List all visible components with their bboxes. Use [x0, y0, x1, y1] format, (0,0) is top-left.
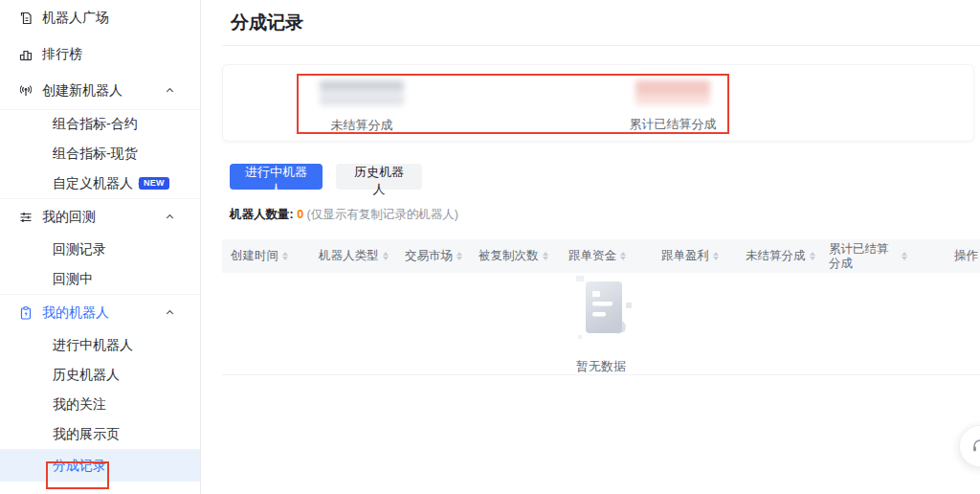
- sidebar-item-label: 组合指标-现货: [53, 146, 138, 163]
- sidebar-item-label: 排行榜: [42, 46, 82, 63]
- sidebar-item-history-robots[interactable]: 历史机器人: [0, 360, 200, 390]
- sidebar-item-label: 我的展示页: [53, 426, 120, 443]
- robot-count-line: 机器人数量: 0 (仅显示有复制记录的机器人): [230, 207, 458, 223]
- sidebar-item-my-follows[interactable]: 我的关注: [0, 390, 200, 419]
- title-divider: [222, 45, 980, 46]
- sidebar-item-label: 组合指标-合约: [53, 116, 138, 133]
- main-content: 分成记录 未结算分成 累计已结算分成 进行中机器人 历史机器人 机器人数量: 0…: [201, 0, 980, 494]
- column-header-unsettled-share[interactable]: 未结算分成: [737, 249, 820, 262]
- chevron-up-icon[interactable]: [165, 307, 175, 318]
- stat-unsettled-share: 未结算分成: [256, 80, 467, 134]
- robot-count-value: 0: [297, 208, 303, 221]
- column-header-robot-type[interactable]: 机器人类型: [310, 249, 396, 262]
- sidebar-item-label: 分成记录: [53, 458, 106, 475]
- sidebar-item-rankings[interactable]: 排行榜: [0, 36, 200, 73]
- column-header-settled-share[interactable]: 累计已结算分成: [820, 242, 930, 270]
- sidebar-item-label: 我的回测: [42, 209, 96, 226]
- sort-icon[interactable]: [457, 252, 462, 260]
- empty-data-illustration: [557, 276, 645, 348]
- sidebar-item-label: 我的机器人: [42, 304, 109, 322]
- column-header-market[interactable]: 交易市场: [396, 249, 470, 262]
- sidebar-item-my-showcase[interactable]: 我的展示页: [0, 419, 200, 449]
- history-robots-tab-button[interactable]: 历史机器人: [336, 164, 422, 190]
- stat-label: 累计已结算分成: [630, 117, 717, 131]
- share-stats-card: 未结算分成 累计已结算分成: [222, 64, 974, 142]
- sidebar-item-custom-robot[interactable]: 自定义机器人 NEW: [0, 168, 200, 198]
- table-empty-state: 暂无数据: [222, 276, 980, 375]
- document-icon: [17, 11, 33, 27]
- sort-icon[interactable]: [282, 252, 288, 260]
- table-header-row: 创建时间 机器人类型 交易市场 被复制次数 跟单资金 跟单盈利: [222, 239, 980, 273]
- app-window: 机器人广场 排行榜 创建新机器人 组合指标-合约 组合指标-现货 自定义机器人 …: [0, 0, 980, 494]
- page-title: 分成记录: [231, 11, 303, 35]
- column-header-actions: 操作: [930, 249, 980, 262]
- robot-tab-buttons: 进行中机器人 历史机器人: [230, 164, 422, 190]
- unsettled-amount-redacted: [320, 80, 404, 105]
- sidebar-item-label: 历史机器人: [53, 367, 120, 384]
- sidebar-item-robot-plaza[interactable]: 机器人广场: [0, 0, 200, 36]
- bar-chart-icon: [17, 47, 33, 63]
- sort-icon[interactable]: [810, 252, 815, 260]
- sidebar-item-create-robot[interactable]: 创建新机器人: [0, 73, 200, 109]
- empty-data-text: 暂无数据: [222, 358, 980, 375]
- sidebar-item-my-backtest[interactable]: 我的回测: [0, 198, 200, 235]
- chevron-up-icon[interactable]: [165, 85, 175, 96]
- sort-icon[interactable]: [902, 252, 907, 260]
- sort-icon[interactable]: [620, 252, 626, 260]
- broadcast-icon: [17, 83, 33, 100]
- sort-icon[interactable]: [713, 252, 719, 260]
- sidebar-item-backtest-records[interactable]: 回测记录: [0, 235, 200, 264]
- sidebar-item-running-robots[interactable]: 进行中机器人: [0, 330, 200, 360]
- headset-icon: [970, 437, 980, 456]
- stat-settled-share: 累计已结算分成: [568, 80, 778, 133]
- new-badge: NEW: [139, 177, 169, 190]
- sliders-icon: [17, 209, 33, 225]
- sidebar: 机器人广场 排行榜 创建新机器人 组合指标-合约 组合指标-现货 自定义机器人 …: [0, 0, 201, 494]
- sidebar-item-combo-indicator-spot[interactable]: 组合指标-现货: [0, 139, 200, 168]
- sidebar-item-backtesting[interactable]: 回测中: [0, 264, 200, 294]
- sidebar-item-label: 我的关注: [53, 396, 106, 414]
- column-header-copied-times[interactable]: 被复制次数: [470, 249, 560, 262]
- column-header-follow-funds[interactable]: 跟单资金: [560, 249, 653, 262]
- running-robots-tab-button[interactable]: 进行中机器人: [230, 164, 323, 190]
- sort-icon[interactable]: [543, 252, 548, 260]
- sidebar-item-label: 回测中: [53, 271, 93, 288]
- sidebar-item-label: 机器人广场: [42, 10, 109, 27]
- table-bottom-divider: [222, 374, 980, 375]
- sidebar-item-combo-indicator-futures[interactable]: 组合指标-合约: [0, 109, 200, 139]
- sidebar-item-my-robots[interactable]: 我的机器人: [0, 294, 200, 330]
- sidebar-item-label: 回测记录: [53, 241, 106, 258]
- sort-icon[interactable]: [383, 252, 389, 260]
- sidebar-item-label: 自定义机器人: [53, 175, 133, 192]
- stat-label: 未结算分成: [331, 118, 393, 132]
- chevron-up-icon[interactable]: [165, 212, 175, 222]
- sidebar-item-share-records[interactable]: 分成记录: [0, 449, 200, 482]
- robot-clipboard-icon: [17, 304, 33, 321]
- robot-count-note: (仅显示有复制记录的机器人): [307, 208, 458, 221]
- column-header-create-time[interactable]: 创建时间: [222, 249, 310, 262]
- sidebar-item-label: 创建新机器人: [42, 82, 122, 100]
- sidebar-item-label: 进行中机器人: [53, 337, 133, 354]
- robot-count-label: 机器人数量:: [230, 208, 294, 221]
- column-header-follow-profit[interactable]: 跟单盈利: [653, 249, 737, 262]
- settled-amount-redacted: [635, 80, 710, 104]
